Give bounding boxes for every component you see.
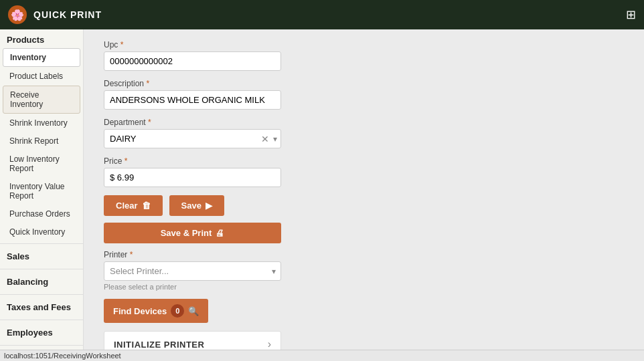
description-input[interactable] bbox=[104, 90, 281, 110]
printer-group: Printer * Select Printer... ▾ Please sel… bbox=[104, 250, 452, 291]
department-input[interactable] bbox=[104, 129, 281, 148]
sidebar-item-quick-inventory[interactable]: Quick Inventory bbox=[3, 223, 80, 241]
sidebar-divider-1 bbox=[0, 243, 83, 244]
printer-label: Printer * bbox=[104, 250, 452, 259]
description-group: Description * bbox=[104, 79, 452, 110]
action-buttons-row: Clear 🗑 Save ▶ bbox=[104, 195, 452, 216]
sidebar-item-inventory-value-report[interactable]: Inventory Value Report bbox=[3, 178, 80, 205]
price-group: Price * bbox=[104, 156, 452, 187]
sidebar-item-shrink-report[interactable]: Shrink Report bbox=[3, 132, 80, 150]
sidebar-divider-2 bbox=[0, 269, 83, 269]
topbar: 🌸 QUICK PRINT ⊞ bbox=[0, 0, 644, 29]
department-wrapper: ✕ ▾ bbox=[104, 129, 281, 148]
find-devices-button[interactable]: Find Devices 0 🔍 bbox=[104, 299, 208, 323]
initialize-printer-label: INITIALIZE PRINTER bbox=[114, 340, 204, 350]
sidebar-item-purchase-orders[interactable]: Purchase Orders bbox=[3, 205, 80, 223]
printer-select[interactable]: Select Printer... bbox=[104, 261, 281, 281]
clear-button[interactable]: Clear 🗑 bbox=[104, 195, 163, 216]
dept-required-star: * bbox=[148, 118, 151, 127]
department-dropdown-icon[interactable]: ▾ bbox=[273, 134, 277, 144]
printer-hint: Please select a printer bbox=[104, 283, 452, 291]
form-container: Upc * Description * Department * bbox=[104, 40, 452, 350]
upc-group: Upc * bbox=[104, 40, 452, 71]
sidebar-divider-3 bbox=[0, 294, 83, 295]
status-url: localhost:1051/ReceivingWorksheet bbox=[4, 352, 121, 360]
price-label: Price * bbox=[104, 156, 452, 166]
save-label: Save bbox=[181, 201, 202, 211]
save-print-button[interactable]: Save & Print 🖨 bbox=[104, 223, 281, 243]
sidebar-item-shrink-inventory[interactable]: Shrink Inventory bbox=[3, 114, 80, 132]
sidebar-products-header: Products bbox=[0, 29, 83, 47]
sidebar-item-sales[interactable]: Sales bbox=[0, 247, 83, 266]
sidebar-item-inventory[interactable]: Inventory bbox=[3, 48, 80, 67]
statusbar: localhost:1051/ReceivingWorksheet bbox=[0, 350, 644, 361]
sidebar-divider-5 bbox=[0, 345, 83, 346]
description-label: Description * bbox=[104, 79, 452, 88]
initialize-printer-row[interactable]: INITIALIZE PRINTER › bbox=[104, 331, 281, 350]
upc-input[interactable] bbox=[104, 51, 281, 71]
dept-icons: ✕ ▾ bbox=[261, 134, 277, 144]
trash-icon: 🗑 bbox=[142, 201, 151, 211]
grid-icon[interactable]: ⊞ bbox=[626, 7, 636, 22]
save-button[interactable]: Save ▶ bbox=[169, 195, 224, 216]
department-label: Department * bbox=[104, 118, 452, 127]
sidebar-item-low-inventory-report[interactable]: Low Inventory Report bbox=[3, 150, 80, 177]
save-print-label: Save & Print bbox=[161, 228, 212, 238]
desc-required-star: * bbox=[146, 79, 149, 88]
devices-count-badge: 0 bbox=[171, 304, 184, 318]
clear-label: Clear bbox=[116, 201, 138, 211]
department-group: Department * ✕ ▾ bbox=[104, 118, 452, 148]
sidebar-item-taxes-and-fees[interactable]: Taxes and Fees bbox=[0, 297, 83, 317]
sidebar-item-product-labels[interactable]: Product Labels bbox=[3, 68, 80, 85]
sidebar-item-receive-inventory[interactable]: Receive Inventory bbox=[3, 86, 80, 114]
sidebar: Products Inventory Product Labels Receiv… bbox=[0, 29, 84, 350]
main-content: Upc * Description * Department * bbox=[84, 29, 644, 350]
price-input[interactable] bbox=[104, 168, 281, 187]
search-icon: 🔍 bbox=[188, 306, 199, 316]
play-icon: ▶ bbox=[206, 201, 212, 211]
upc-label: Upc * bbox=[104, 40, 452, 49]
initialize-chevron-icon: › bbox=[268, 338, 271, 350]
sidebar-item-balancing[interactable]: Balancing bbox=[0, 272, 83, 291]
printer-select-wrapper: Select Printer... ▾ bbox=[104, 261, 281, 281]
price-required-star: * bbox=[125, 156, 128, 166]
app-title: QUICK PRINT bbox=[33, 9, 102, 20]
topbar-left: 🌸 QUICK PRINT bbox=[8, 5, 102, 24]
app-logo: 🌸 bbox=[8, 5, 27, 24]
sidebar-divider-4 bbox=[0, 320, 83, 320]
sidebar-item-employees[interactable]: Employees bbox=[0, 323, 83, 342]
price-wrapper bbox=[104, 168, 281, 187]
print-icon: 🖨 bbox=[216, 228, 224, 238]
printer-required-star: * bbox=[130, 250, 133, 259]
find-devices-label: Find Devices bbox=[113, 306, 167, 316]
department-clear-btn[interactable]: ✕ bbox=[261, 134, 269, 144]
upc-required-star: * bbox=[120, 40, 124, 49]
